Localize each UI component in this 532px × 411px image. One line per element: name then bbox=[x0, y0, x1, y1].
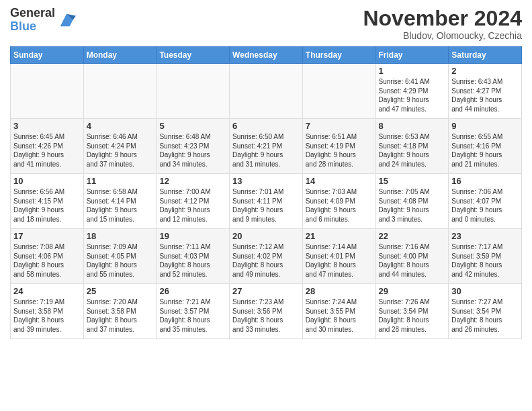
month-title: November 2024 bbox=[363, 7, 522, 30]
calendar-cell: 13Sunrise: 7:01 AM Sunset: 4:11 PM Dayli… bbox=[230, 174, 303, 229]
logo-general: General bbox=[10, 7, 55, 20]
calendar-cell: 1Sunrise: 6:41 AM Sunset: 4:29 PM Daylig… bbox=[375, 64, 449, 119]
day-number: 13 bbox=[232, 176, 300, 186]
calendar-cell: 18Sunrise: 7:09 AM Sunset: 4:05 PM Dayli… bbox=[83, 229, 157, 284]
day-number: 25 bbox=[87, 286, 154, 296]
day-info: Sunrise: 7:27 AM Sunset: 3:54 PM Dayligh… bbox=[451, 298, 519, 334]
location: Bludov, Olomoucky, Czechia bbox=[363, 30, 522, 41]
day-info: Sunrise: 6:53 AM Sunset: 4:18 PM Dayligh… bbox=[379, 132, 446, 169]
calendar-cell bbox=[83, 64, 157, 119]
day-info: Sunrise: 7:20 AM Sunset: 3:58 PM Dayligh… bbox=[87, 298, 154, 334]
header-friday: Friday bbox=[375, 47, 449, 64]
calendar-cell bbox=[302, 64, 375, 119]
day-info: Sunrise: 6:46 AM Sunset: 4:24 PM Dayligh… bbox=[87, 132, 154, 169]
day-info: Sunrise: 7:14 AM Sunset: 4:01 PM Dayligh… bbox=[306, 242, 373, 279]
day-number: 5 bbox=[159, 121, 226, 131]
day-info: Sunrise: 7:03 AM Sunset: 4:09 PM Dayligh… bbox=[306, 187, 373, 224]
day-number: 8 bbox=[379, 121, 446, 131]
calendar-cell: 4Sunrise: 6:46 AM Sunset: 4:24 PM Daylig… bbox=[83, 119, 157, 174]
calendar-cell: 10Sunrise: 6:56 AM Sunset: 4:15 PM Dayli… bbox=[11, 174, 84, 229]
day-number: 28 bbox=[306, 286, 373, 296]
calendar-cell: 25Sunrise: 7:20 AM Sunset: 3:58 PM Dayli… bbox=[83, 284, 157, 339]
logo-icon bbox=[57, 11, 76, 30]
calendar-week-row: 1Sunrise: 6:41 AM Sunset: 4:29 PM Daylig… bbox=[11, 64, 522, 119]
day-number: 22 bbox=[379, 231, 446, 241]
calendar-cell: 16Sunrise: 7:06 AM Sunset: 4:07 PM Dayli… bbox=[449, 174, 522, 229]
main-container: General Blue November 2024 Bludov, Olomo… bbox=[0, 0, 532, 342]
header-sunday: Sunday bbox=[11, 47, 84, 64]
header-tuesday: Tuesday bbox=[157, 47, 230, 64]
header: General Blue November 2024 Bludov, Olomo… bbox=[10, 7, 522, 41]
title-section: November 2024 Bludov, Olomoucky, Czechia bbox=[363, 7, 522, 41]
day-number: 2 bbox=[451, 66, 519, 76]
header-row: Sunday Monday Tuesday Wednesday Thursday… bbox=[11, 47, 522, 64]
day-info: Sunrise: 6:50 AM Sunset: 4:21 PM Dayligh… bbox=[232, 132, 300, 169]
day-info: Sunrise: 7:21 AM Sunset: 3:57 PM Dayligh… bbox=[159, 298, 226, 334]
calendar-cell: 30Sunrise: 7:27 AM Sunset: 3:54 PM Dayli… bbox=[449, 284, 522, 339]
calendar-cell: 15Sunrise: 7:05 AM Sunset: 4:08 PM Dayli… bbox=[375, 174, 449, 229]
calendar-cell: 8Sunrise: 6:53 AM Sunset: 4:18 PM Daylig… bbox=[375, 119, 449, 174]
logo: General Blue bbox=[10, 7, 76, 34]
calendar-cell: 23Sunrise: 7:17 AM Sunset: 3:59 PM Dayli… bbox=[449, 229, 522, 284]
logo-text: General Blue bbox=[10, 7, 55, 34]
day-number: 29 bbox=[379, 286, 446, 296]
calendar-cell bbox=[157, 64, 230, 119]
day-info: Sunrise: 7:01 AM Sunset: 4:11 PM Dayligh… bbox=[232, 187, 300, 224]
day-number: 17 bbox=[13, 231, 81, 241]
day-info: Sunrise: 6:58 AM Sunset: 4:14 PM Dayligh… bbox=[87, 187, 154, 224]
calendar-cell: 7Sunrise: 6:51 AM Sunset: 4:19 PM Daylig… bbox=[302, 119, 375, 174]
day-info: Sunrise: 7:16 AM Sunset: 4:00 PM Dayligh… bbox=[379, 242, 446, 279]
day-info: Sunrise: 7:06 AM Sunset: 4:07 PM Dayligh… bbox=[451, 187, 519, 224]
calendar-cell: 20Sunrise: 7:12 AM Sunset: 4:02 PM Dayli… bbox=[230, 229, 303, 284]
day-info: Sunrise: 6:41 AM Sunset: 4:29 PM Dayligh… bbox=[379, 77, 446, 113]
day-number: 7 bbox=[306, 121, 373, 131]
day-info: Sunrise: 7:17 AM Sunset: 3:59 PM Dayligh… bbox=[451, 242, 519, 279]
day-info: Sunrise: 7:26 AM Sunset: 3:54 PM Dayligh… bbox=[379, 298, 446, 334]
day-info: Sunrise: 6:56 AM Sunset: 4:15 PM Dayligh… bbox=[13, 187, 81, 224]
calendar-cell: 17Sunrise: 7:08 AM Sunset: 4:06 PM Dayli… bbox=[11, 229, 84, 284]
day-info: Sunrise: 6:45 AM Sunset: 4:26 PM Dayligh… bbox=[13, 132, 81, 169]
header-thursday: Thursday bbox=[302, 47, 375, 64]
calendar-cell: 5Sunrise: 6:48 AM Sunset: 4:23 PM Daylig… bbox=[157, 119, 230, 174]
day-number: 26 bbox=[159, 286, 226, 296]
day-info: Sunrise: 6:43 AM Sunset: 4:27 PM Dayligh… bbox=[451, 77, 519, 113]
calendar-week-row: 10Sunrise: 6:56 AM Sunset: 4:15 PM Dayli… bbox=[11, 174, 522, 229]
day-number: 16 bbox=[451, 176, 519, 186]
calendar-cell: 19Sunrise: 7:11 AM Sunset: 4:03 PM Dayli… bbox=[157, 229, 230, 284]
calendar-cell: 22Sunrise: 7:16 AM Sunset: 4:00 PM Dayli… bbox=[375, 229, 449, 284]
header-saturday: Saturday bbox=[449, 47, 522, 64]
day-info: Sunrise: 6:48 AM Sunset: 4:23 PM Dayligh… bbox=[159, 132, 226, 169]
day-info: Sunrise: 7:19 AM Sunset: 3:58 PM Dayligh… bbox=[13, 298, 81, 334]
header-wednesday: Wednesday bbox=[230, 47, 303, 64]
logo-blue: Blue bbox=[10, 20, 55, 34]
day-info: Sunrise: 6:51 AM Sunset: 4:19 PM Dayligh… bbox=[306, 132, 373, 169]
day-info: Sunrise: 7:05 AM Sunset: 4:08 PM Dayligh… bbox=[379, 187, 446, 224]
day-info: Sunrise: 7:09 AM Sunset: 4:05 PM Dayligh… bbox=[87, 242, 154, 279]
calendar-cell: 11Sunrise: 6:58 AM Sunset: 4:14 PM Dayli… bbox=[83, 174, 157, 229]
day-number: 10 bbox=[13, 176, 81, 186]
day-number: 12 bbox=[159, 176, 226, 186]
calendar-cell: 14Sunrise: 7:03 AM Sunset: 4:09 PM Dayli… bbox=[302, 174, 375, 229]
day-number: 1 bbox=[379, 66, 446, 76]
calendar-cell: 24Sunrise: 7:19 AM Sunset: 3:58 PM Dayli… bbox=[11, 284, 84, 339]
day-number: 21 bbox=[306, 231, 373, 241]
day-number: 27 bbox=[232, 286, 300, 296]
day-info: Sunrise: 7:00 AM Sunset: 4:12 PM Dayligh… bbox=[159, 187, 226, 224]
calendar-cell: 12Sunrise: 7:00 AM Sunset: 4:12 PM Dayli… bbox=[157, 174, 230, 229]
day-number: 4 bbox=[87, 121, 154, 131]
day-number: 18 bbox=[87, 231, 154, 241]
calendar-cell: 27Sunrise: 7:23 AM Sunset: 3:56 PM Dayli… bbox=[230, 284, 303, 339]
day-number: 30 bbox=[451, 286, 519, 296]
calendar-cell: 6Sunrise: 6:50 AM Sunset: 4:21 PM Daylig… bbox=[230, 119, 303, 174]
calendar-cell: 21Sunrise: 7:14 AM Sunset: 4:01 PM Dayli… bbox=[302, 229, 375, 284]
day-number: 11 bbox=[87, 176, 154, 186]
day-info: Sunrise: 7:24 AM Sunset: 3:55 PM Dayligh… bbox=[306, 298, 373, 334]
day-info: Sunrise: 7:12 AM Sunset: 4:02 PM Dayligh… bbox=[232, 242, 300, 279]
calendar-cell bbox=[230, 64, 303, 119]
day-number: 15 bbox=[379, 176, 446, 186]
day-number: 23 bbox=[451, 231, 519, 241]
day-number: 3 bbox=[13, 121, 81, 131]
calendar-cell: 2Sunrise: 6:43 AM Sunset: 4:27 PM Daylig… bbox=[449, 64, 522, 119]
calendar-table: Sunday Monday Tuesday Wednesday Thursday… bbox=[10, 46, 522, 339]
day-number: 6 bbox=[232, 121, 300, 131]
